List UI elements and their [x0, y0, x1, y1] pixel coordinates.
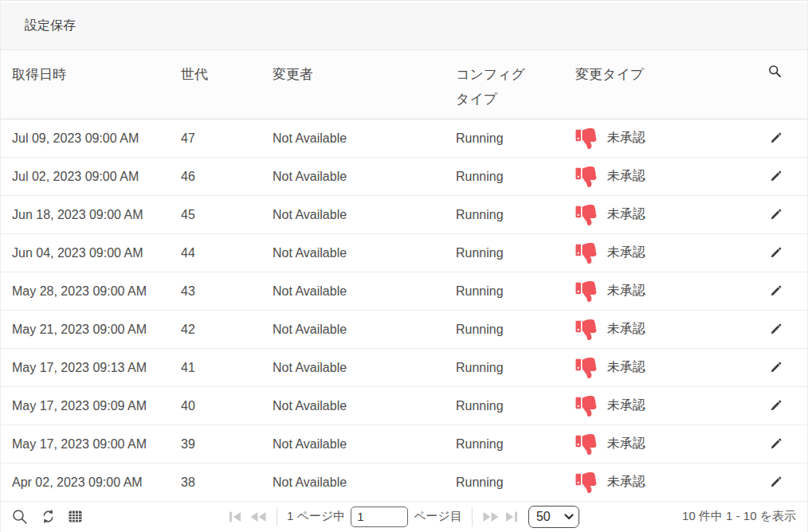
page-number-input[interactable]: [351, 507, 408, 527]
table-row[interactable]: May 17, 2023 09:00 AM 39 Not Available R…: [1, 425, 807, 464]
footer-search-icon[interactable]: [12, 509, 28, 525]
edit-icon[interactable]: [770, 285, 782, 297]
thumbs-down-icon: [575, 205, 597, 225]
thumbs-down-icon: [575, 128, 597, 149]
table-row[interactable]: May 17, 2023 09:13 AM 41 Not Available R…: [1, 349, 807, 387]
cell-datetime: May 17, 2023 09:00 AM: [1, 437, 181, 452]
cell-datetime: May 21, 2023 09:00 AM: [1, 323, 181, 337]
pagination: 1 ページ中 ページ目 50: [229, 506, 579, 528]
thumbs-down-icon: [575, 358, 597, 378]
cell-changer: Not Available: [273, 399, 456, 413]
cell-change-type: 未承認: [575, 472, 739, 493]
thumbs-down-icon: [575, 281, 597, 302]
cell-datetime: Apr 02, 2023 09:00 AM: [1, 475, 181, 490]
cell-config-type: Running: [456, 208, 575, 222]
cell-change-type: 未承認: [575, 166, 739, 187]
edit-icon[interactable]: [770, 400, 782, 412]
column-header-changer: 変更者: [273, 62, 456, 87]
cell-change-type: 未承認: [575, 396, 739, 417]
edit-icon[interactable]: [770, 132, 782, 144]
edit-icon[interactable]: [770, 323, 782, 335]
thumbs-down-icon: [575, 472, 597, 493]
edit-icon[interactable]: [770, 170, 782, 182]
config-save-panel: 設定保存 取得日時 世代 変更者 コンフィグタイプ 変更タイプ Jul 09, …: [0, 0, 808, 532]
cell-generation: 47: [181, 131, 273, 146]
next-page-icon[interactable]: [482, 510, 500, 523]
table-row[interactable]: Jul 02, 2023 09:00 AM 46 Not Available R…: [1, 158, 807, 196]
page-size-select[interactable]: 50: [528, 506, 579, 528]
change-type-label: 未承認: [607, 359, 645, 376]
table-header: 取得日時 世代 変更者 コンフィグタイプ 変更タイプ: [1, 50, 807, 119]
edit-icon[interactable]: [770, 362, 782, 374]
table-row[interactable]: May 21, 2023 09:00 AM 42 Not Available R…: [1, 311, 807, 349]
cell-datetime: May 17, 2023 09:13 AM: [1, 361, 181, 375]
refresh-icon[interactable]: [41, 509, 55, 524]
cell-datetime: Jun 04, 2023 09:00 AM: [1, 246, 181, 260]
edit-icon[interactable]: [770, 209, 782, 221]
cell-datetime: Jul 09, 2023 09:00 AM: [1, 131, 181, 146]
column-header-config-type: コンフィグタイプ: [456, 62, 575, 112]
change-type-label: 未承認: [607, 168, 645, 185]
thumbs-down-icon: [575, 396, 597, 417]
change-type-label: 未承認: [607, 283, 645, 299]
change-type-label: 未承認: [607, 397, 645, 414]
table-row[interactable]: May 28, 2023 09:00 AM 43 Not Available R…: [1, 272, 807, 311]
cell-config-type: Running: [456, 475, 575, 490]
cell-changer: Not Available: [273, 246, 456, 260]
cell-config-type: Running: [456, 284, 575, 299]
cell-config-type: Running: [456, 399, 575, 413]
previous-page-icon[interactable]: [249, 510, 267, 523]
change-type-label: 未承認: [607, 244, 645, 261]
cell-changer: Not Available: [273, 361, 456, 375]
panel-title-bar: 設定保存: [1, 2, 807, 50]
edit-icon[interactable]: [770, 247, 782, 259]
last-page-icon[interactable]: [505, 510, 520, 523]
cell-generation: 42: [181, 323, 273, 337]
thumbs-down-icon: [575, 166, 597, 187]
cell-generation: 38: [181, 475, 273, 490]
column-header-change-type: 変更タイプ: [575, 62, 739, 87]
table-row[interactable]: Apr 02, 2023 09:00 AM 38 Not Available R…: [1, 464, 807, 502]
cell-datetime: Jun 18, 2023 09:00 AM: [1, 208, 181, 222]
edit-icon[interactable]: [770, 476, 782, 488]
page-title: 設定保存: [25, 18, 76, 34]
change-type-label: 未承認: [607, 321, 645, 338]
column-header-generation: 世代: [181, 62, 273, 87]
cell-generation: 41: [181, 361, 273, 375]
thumbs-down-icon: [575, 434, 597, 455]
cell-generation: 39: [181, 437, 273, 452]
cell-changer: Not Available: [273, 284, 456, 299]
table-row[interactable]: Jul 09, 2023 09:00 AM 47 Not Available R…: [1, 119, 807, 158]
cell-change-type: 未承認: [575, 128, 739, 149]
cell-config-type: Running: [456, 246, 575, 260]
table-footer: 1 ページ中 ページ目 50 10 件中 1 - 10 を表示: [1, 502, 807, 531]
cell-change-type: 未承認: [575, 319, 739, 340]
cell-config-type: Running: [456, 437, 575, 452]
cell-changer: Not Available: [273, 323, 456, 337]
pager-divider: [277, 507, 277, 526]
cell-change-type: 未承認: [575, 281, 739, 302]
pager-divider: [472, 507, 473, 526]
thumbs-down-icon: [575, 243, 597, 264]
edit-icon[interactable]: [770, 438, 782, 450]
thumbs-down-icon: [575, 319, 597, 340]
cell-change-type: 未承認: [575, 358, 739, 378]
search-icon[interactable]: [768, 65, 782, 78]
grid-view-icon[interactable]: [69, 510, 82, 522]
cell-generation: 43: [181, 284, 273, 299]
cell-config-type: Running: [456, 323, 575, 337]
cell-changer: Not Available: [273, 131, 456, 146]
table-row[interactable]: May 17, 2023 09:09 AM 40 Not Available R…: [1, 387, 807, 425]
cell-config-type: Running: [456, 361, 575, 375]
cell-datetime: Jul 02, 2023 09:00 AM: [1, 170, 181, 184]
table-row[interactable]: Jun 04, 2023 09:00 AM 44 Not Available R…: [1, 234, 807, 272]
cell-changer: Not Available: [273, 437, 456, 452]
cell-datetime: May 28, 2023 09:00 AM: [1, 284, 181, 299]
first-page-icon[interactable]: [229, 510, 244, 523]
table-row[interactable]: Jun 18, 2023 09:00 AM 45 Not Available R…: [1, 196, 807, 234]
change-type-label: 未承認: [607, 206, 645, 223]
cell-generation: 45: [181, 208, 273, 222]
change-type-label: 未承認: [607, 436, 645, 452]
cell-changer: Not Available: [273, 170, 456, 184]
cell-generation: 44: [181, 246, 273, 260]
